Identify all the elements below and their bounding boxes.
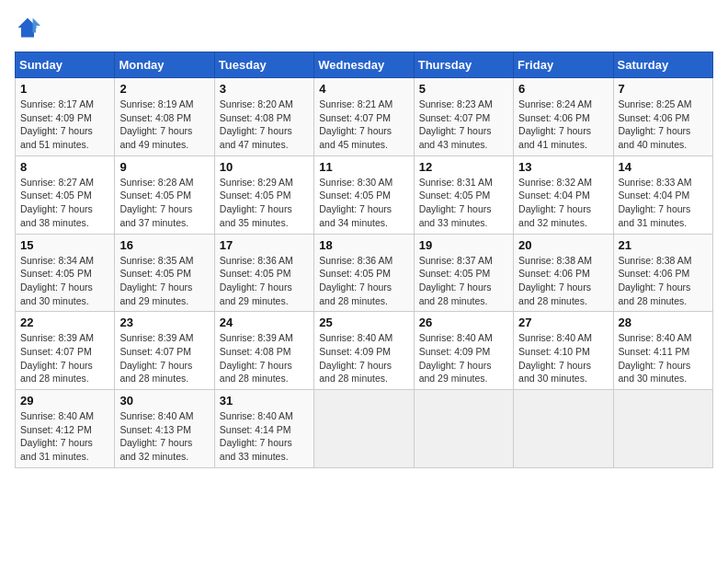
day-of-week-sunday: Sunday [16,52,115,78]
day-number: 3 [220,82,309,96]
calendar-cell: 16 Sunrise: 8:35 AM Sunset: 4:05 PM Dayl… [115,234,214,312]
day-info: Sunrise: 8:35 AM Sunset: 4:05 PM Dayligh… [119,254,209,308]
day-number: 5 [419,82,508,96]
calendar-cell: 14 Sunrise: 8:33 AM Sunset: 4:04 PM Dayl… [613,155,712,234]
day-info: Sunrise: 8:38 AM Sunset: 4:06 PM Dayligh… [619,254,708,308]
calendar-cell: 4 Sunrise: 8:21 AM Sunset: 4:07 PM Dayli… [314,78,414,156]
calendar-cell: 21 Sunrise: 8:38 AM Sunset: 4:06 PM Dayl… [613,234,712,312]
calendar-cell [414,390,513,468]
calendar-cell: 11 Sunrise: 8:30 AM Sunset: 4:05 PM Dayl… [314,155,414,234]
calendar-cell [514,390,613,468]
calendar-cell: 24 Sunrise: 8:39 AM Sunset: 4:08 PM Dayl… [214,312,313,390]
calendar-cell: 23 Sunrise: 8:39 AM Sunset: 4:07 PM Dayl… [115,312,214,390]
calendar-cell [314,390,414,468]
calendar-cell: 9 Sunrise: 8:28 AM Sunset: 4:05 PM Dayli… [115,155,214,234]
calendar-week-4: 22 Sunrise: 8:39 AM Sunset: 4:07 PM Dayl… [16,312,713,390]
calendar-week-1: 1 Sunrise: 8:17 AM Sunset: 4:09 PM Dayli… [16,78,713,156]
calendar-cell: 6 Sunrise: 8:24 AM Sunset: 4:06 PM Dayli… [514,78,613,156]
day-number: 22 [20,316,109,329]
day-number: 15 [20,238,109,252]
day-number: 12 [419,160,508,174]
day-info: Sunrise: 8:19 AM Sunset: 4:08 PM Dayligh… [119,98,209,152]
day-info: Sunrise: 8:24 AM Sunset: 4:06 PM Dayligh… [518,98,608,152]
day-info: Sunrise: 8:20 AM Sunset: 4:08 PM Dayligh… [220,98,309,152]
day-of-week-thursday: Thursday [414,52,513,78]
calendar-table: SundayMondayTuesdayWednesdayThursdayFrid… [15,52,713,468]
day-info: Sunrise: 8:21 AM Sunset: 4:07 PM Dayligh… [319,98,408,152]
day-info: Sunrise: 8:40 AM Sunset: 4:09 PM Dayligh… [419,331,508,385]
day-info: Sunrise: 8:40 AM Sunset: 4:12 PM Dayligh… [20,409,109,464]
calendar-cell: 12 Sunrise: 8:31 AM Sunset: 4:05 PM Dayl… [414,155,513,234]
page-header [15,15,713,40]
calendar-week-5: 29 Sunrise: 8:40 AM Sunset: 4:12 PM Dayl… [16,390,713,468]
day-info: Sunrise: 8:39 AM Sunset: 4:08 PM Dayligh… [220,331,309,385]
day-number: 6 [518,82,608,96]
day-info: Sunrise: 8:27 AM Sunset: 4:05 PM Dayligh… [20,176,109,230]
day-number: 14 [619,160,708,174]
calendar-cell: 2 Sunrise: 8:19 AM Sunset: 4:08 PM Dayli… [115,78,214,156]
day-number: 2 [119,82,209,96]
day-number: 29 [20,394,109,408]
calendar-cell: 27 Sunrise: 8:40 AM Sunset: 4:10 PM Dayl… [514,312,613,390]
day-info: Sunrise: 8:40 AM Sunset: 4:09 PM Dayligh… [319,331,408,385]
day-number: 4 [319,82,408,96]
calendar-cell: 18 Sunrise: 8:36 AM Sunset: 4:05 PM Dayl… [314,234,414,312]
day-of-week-wednesday: Wednesday [314,52,414,78]
day-number: 17 [220,238,309,252]
day-number: 24 [220,316,309,329]
calendar-cell: 22 Sunrise: 8:39 AM Sunset: 4:07 PM Dayl… [16,312,115,390]
calendar-cell: 20 Sunrise: 8:38 AM Sunset: 4:06 PM Dayl… [514,234,613,312]
day-number: 10 [220,160,309,174]
calendar-cell: 31 Sunrise: 8:40 AM Sunset: 4:14 PM Dayl… [214,390,313,468]
day-number: 25 [319,316,408,329]
day-info: Sunrise: 8:40 AM Sunset: 4:11 PM Dayligh… [619,331,708,385]
day-number: 31 [220,394,309,408]
day-of-week-tuesday: Tuesday [214,52,313,78]
day-info: Sunrise: 8:23 AM Sunset: 4:07 PM Dayligh… [419,98,508,152]
day-number: 8 [20,160,109,174]
day-number: 30 [119,394,209,408]
day-info: Sunrise: 8:31 AM Sunset: 4:05 PM Dayligh… [419,176,508,230]
day-number: 11 [319,160,408,174]
day-info: Sunrise: 8:40 AM Sunset: 4:13 PM Dayligh… [119,409,209,464]
day-info: Sunrise: 8:36 AM Sunset: 4:05 PM Dayligh… [220,254,309,308]
calendar-cell: 7 Sunrise: 8:25 AM Sunset: 4:06 PM Dayli… [613,78,712,156]
day-of-week-friday: Friday [514,52,613,78]
day-info: Sunrise: 8:17 AM Sunset: 4:09 PM Dayligh… [20,98,109,152]
day-info: Sunrise: 8:28 AM Sunset: 4:05 PM Dayligh… [119,176,209,230]
day-number: 18 [319,238,408,252]
calendar-cell: 19 Sunrise: 8:37 AM Sunset: 4:05 PM Dayl… [414,234,513,312]
day-info: Sunrise: 8:36 AM Sunset: 4:05 PM Dayligh… [319,254,408,308]
calendar-week-2: 8 Sunrise: 8:27 AM Sunset: 4:05 PM Dayli… [16,155,713,234]
day-number: 9 [119,160,209,174]
day-info: Sunrise: 8:39 AM Sunset: 4:07 PM Dayligh… [20,331,109,385]
calendar-cell: 1 Sunrise: 8:17 AM Sunset: 4:09 PM Dayli… [16,78,115,156]
calendar-cell: 15 Sunrise: 8:34 AM Sunset: 4:05 PM Dayl… [16,234,115,312]
day-number: 1 [20,82,109,96]
logo [15,15,44,40]
day-info: Sunrise: 8:37 AM Sunset: 4:05 PM Dayligh… [419,254,508,308]
calendar-cell: 30 Sunrise: 8:40 AM Sunset: 4:13 PM Dayl… [115,390,214,468]
day-number: 13 [518,160,608,174]
day-info: Sunrise: 8:39 AM Sunset: 4:07 PM Dayligh… [119,331,209,385]
day-of-week-monday: Monday [115,52,214,78]
calendar-cell: 28 Sunrise: 8:40 AM Sunset: 4:11 PM Dayl… [613,312,712,390]
day-number: 16 [119,238,209,252]
day-number: 27 [518,316,608,329]
day-number: 21 [619,238,708,252]
calendar-cell: 17 Sunrise: 8:36 AM Sunset: 4:05 PM Dayl… [214,234,313,312]
calendar-cell: 10 Sunrise: 8:29 AM Sunset: 4:05 PM Dayl… [214,155,313,234]
calendar-cell: 13 Sunrise: 8:32 AM Sunset: 4:04 PM Dayl… [514,155,613,234]
day-info: Sunrise: 8:38 AM Sunset: 4:06 PM Dayligh… [518,254,608,308]
day-info: Sunrise: 8:30 AM Sunset: 4:05 PM Dayligh… [319,176,408,230]
day-info: Sunrise: 8:32 AM Sunset: 4:04 PM Dayligh… [518,176,608,230]
day-info: Sunrise: 8:33 AM Sunset: 4:04 PM Dayligh… [619,176,708,230]
calendar-cell: 26 Sunrise: 8:40 AM Sunset: 4:09 PM Dayl… [414,312,513,390]
calendar-cell: 8 Sunrise: 8:27 AM Sunset: 4:05 PM Dayli… [16,155,115,234]
day-of-week-saturday: Saturday [613,52,712,78]
calendar-week-3: 15 Sunrise: 8:34 AM Sunset: 4:05 PM Dayl… [16,234,713,312]
day-number: 26 [419,316,508,329]
day-info: Sunrise: 8:34 AM Sunset: 4:05 PM Dayligh… [20,254,109,308]
logo-icon [15,15,40,40]
calendar-cell [613,390,712,468]
